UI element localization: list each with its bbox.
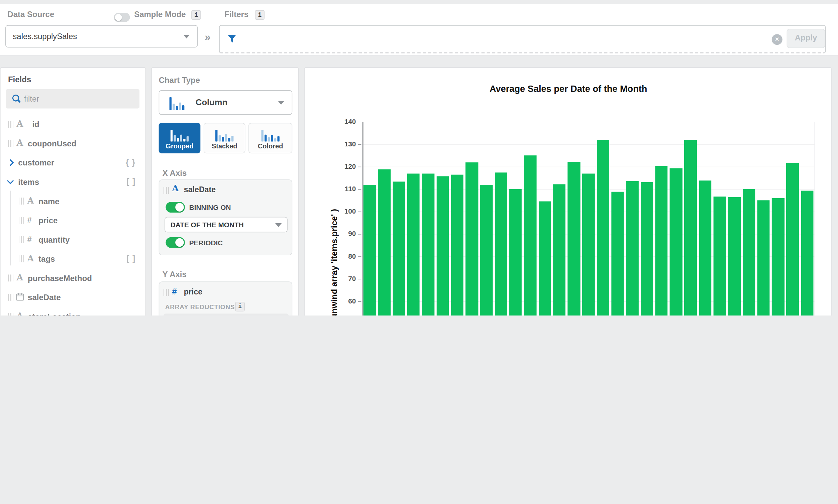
field-name: tags (38, 254, 55, 263)
bar-22[interactable] (670, 168, 682, 316)
bar-30[interactable] (786, 163, 799, 316)
drag-handle-icon[interactable] (19, 198, 24, 204)
field-row-couponUsed[interactable]: AcouponUsed (1, 134, 146, 154)
field-search-input[interactable]: filter (6, 89, 140, 109)
bar-1[interactable] (364, 185, 376, 316)
bar-23[interactable] (684, 140, 697, 316)
bar-11[interactable] (509, 189, 522, 316)
drag-handle-icon[interactable] (163, 187, 169, 194)
y-tick (358, 234, 362, 234)
array-reductions-label: ARRAY REDUCTIONS (165, 304, 235, 311)
field-name: saleDate (28, 293, 61, 302)
bar-28[interactable] (757, 200, 770, 316)
bar-5[interactable] (422, 174, 434, 316)
field-row-purchaseMethod[interactable]: ApurchaseMethod (1, 269, 146, 288)
bar-18[interactable] (611, 192, 624, 316)
apply-button[interactable]: Apply (787, 29, 825, 48)
bar-25[interactable] (714, 197, 726, 316)
field-row-customer[interactable]: customer{ } (1, 154, 146, 173)
bar-16[interactable] (582, 174, 595, 316)
string-type-icon: A (28, 196, 34, 205)
data-source-value: sales.supplySales (13, 32, 77, 41)
field-row-price[interactable]: #price (1, 211, 146, 230)
y-tick-label: 90 (337, 230, 356, 238)
string-type-icon: A (17, 272, 23, 283)
drag-handle-icon[interactable] (8, 274, 13, 282)
array-badge: [ ] (126, 177, 136, 186)
bar-15[interactable] (568, 162, 580, 316)
bar-13[interactable] (538, 201, 551, 316)
drag-handle-icon[interactable] (19, 255, 24, 263)
array-reductions-info-icon[interactable]: i (235, 302, 245, 311)
bar-29[interactable] (772, 198, 785, 316)
sample-mode-toggle[interactable] (114, 13, 130, 22)
chart-type-label: Chart Type (159, 75, 200, 84)
bar-9[interactable] (480, 184, 493, 316)
binning-toggle[interactable] (165, 202, 185, 213)
field-row-name[interactable]: Aname (1, 192, 146, 211)
y-axis-title: mean ( unwind array 'items.price' ) (330, 209, 339, 316)
bar-6[interactable] (436, 176, 449, 316)
toggle-knob (115, 14, 122, 21)
drag-handle-icon[interactable] (163, 289, 169, 296)
y-tick (358, 256, 362, 257)
drag-handle-icon[interactable] (8, 140, 13, 147)
bar-10[interactable] (494, 173, 507, 316)
number-type-icon: # (28, 215, 32, 224)
chevron-down-icon (183, 35, 190, 38)
string-type-icon: A (17, 138, 23, 148)
bar-26[interactable] (728, 197, 741, 316)
bar-21[interactable] (655, 166, 668, 316)
data-source-select[interactable]: sales.supplySales (5, 25, 198, 48)
sample-mode-info-icon[interactable]: i (191, 10, 201, 20)
column-chart-icon (167, 96, 187, 110)
filter-input[interactable] (219, 25, 826, 53)
child-connector-line (10, 191, 11, 266)
field-row-saleDate[interactable]: saleDate (1, 288, 146, 307)
bar-4[interactable] (407, 174, 420, 316)
field-row-tags[interactable]: Atags[ ] (1, 249, 146, 269)
flow-chevrons-icon: » (205, 31, 211, 43)
bar-7[interactable] (451, 175, 464, 316)
funnel-icon (227, 34, 237, 43)
bar-27[interactable] (743, 189, 755, 316)
bar-19[interactable] (626, 181, 639, 316)
bar-2[interactable] (378, 169, 390, 316)
chevron-right-icon[interactable] (7, 159, 14, 166)
chart-type-select[interactable]: Column (159, 90, 293, 115)
bar-8[interactable] (466, 162, 478, 316)
drag-handle-icon[interactable] (8, 313, 13, 316)
bar-20[interactable] (640, 182, 653, 316)
field-row-_id[interactable]: A_id (1, 115, 146, 134)
grouped-chart-icon (159, 128, 199, 142)
colored-mode-button[interactable]: Colored (248, 123, 292, 154)
field-name: couponUsed (28, 139, 76, 148)
periodic-toggle[interactable] (165, 237, 185, 248)
y-axis-card: # price ARRAY REDUCTIONS i items [ ] Unw… (159, 282, 293, 316)
bar-17[interactable] (597, 140, 610, 316)
plot-right-border (815, 122, 815, 316)
clear-filter-icon[interactable]: ✕ (772, 34, 783, 45)
drag-handle-icon[interactable] (8, 121, 13, 128)
fields-title: Fields (8, 75, 31, 84)
bin-select[interactable]: DATE OF THE MONTH (164, 217, 287, 232)
bar-31[interactable] (801, 191, 814, 316)
gridline (363, 167, 815, 167)
field-row-items[interactable]: items[ ] (1, 173, 146, 192)
bar-14[interactable] (553, 184, 566, 316)
bar-24[interactable] (699, 180, 712, 316)
field-row-storeLocation[interactable]: AstoreLocation (1, 307, 146, 316)
stacked-mode-button[interactable]: Stacked (204, 123, 245, 154)
fields-panel: Fields filter A_idAcouponUsedcustomer{ }… (0, 67, 146, 316)
filters-info-icon[interactable]: i (255, 10, 264, 20)
drag-handle-icon[interactable] (19, 236, 24, 243)
field-row-quantity[interactable]: #quantity (1, 230, 146, 250)
chevron-down-icon[interactable] (7, 178, 14, 184)
y-tick (358, 301, 362, 302)
reduction-box: items [ ] Unwind array (163, 313, 289, 316)
bar-12[interactable] (524, 156, 537, 316)
drag-handle-icon[interactable] (19, 217, 24, 224)
drag-handle-icon[interactable] (8, 294, 13, 301)
grouped-mode-button[interactable]: Grouped (159, 123, 200, 154)
bar-3[interactable] (392, 181, 405, 316)
